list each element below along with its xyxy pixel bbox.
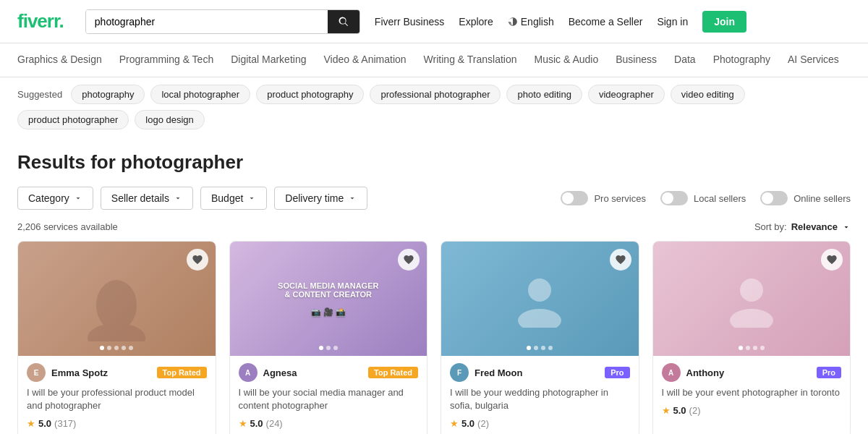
pro-services-toggle[interactable] — [561, 191, 588, 205]
avatar-anthony: A — [662, 363, 681, 382]
tag-local-photographer[interactable]: local photographer — [150, 85, 250, 104]
card-fred-dots — [527, 346, 553, 350]
filter-category[interactable]: Category — [17, 187, 93, 210]
become-seller-link[interactable]: Become a Seller — [569, 16, 643, 27]
badge-emma: Top Rated — [157, 367, 207, 378]
card-fred-desc: I will be your wedding photographer in s… — [450, 386, 630, 412]
rating-count-anthony: (2) — [689, 405, 701, 416]
nav-business[interactable]: Business — [616, 43, 657, 77]
card-fred[interactable]: F Fred Moon Pro I will be your wedding p… — [441, 241, 639, 434]
local-sellers-toggle[interactable] — [660, 191, 688, 205]
avatar-fred: F — [450, 363, 469, 382]
cards-grid: E Emma Spotz Top Rated I will be your pr… — [0, 241, 868, 434]
badge-anthony: Pro — [817, 367, 841, 378]
card-fred-seller: F Fred Moon Pro — [450, 363, 630, 382]
tag-product-photography[interactable]: product photography — [256, 85, 364, 104]
save-agnesa-button[interactable] — [398, 249, 420, 271]
card-emma-seller: E Emma Spotz Top Rated — [27, 363, 207, 382]
svg-point-1 — [88, 323, 145, 341]
star-anthony: ★ — [662, 405, 671, 416]
card-fred-body: F Fred Moon Pro I will be your wedding p… — [441, 356, 639, 434]
svg-point-3 — [518, 309, 561, 328]
rating-score-agnesa: 5.0 — [250, 418, 263, 429]
nav-music-audio[interactable]: Music & Audio — [535, 43, 599, 77]
filter-budget[interactable]: Budget — [200, 187, 267, 210]
svg-point-5 — [730, 309, 773, 328]
nav-digital-marketing[interactable]: Digital Marketing — [231, 43, 306, 77]
filter-seller-details[interactable]: Seller details — [101, 187, 193, 210]
language-link[interactable]: English — [508, 16, 554, 27]
card-anthony-body: A Anthony Pro I will be your event photo… — [653, 356, 851, 425]
search-input[interactable] — [86, 10, 328, 33]
save-emma-button[interactable] — [187, 249, 208, 271]
tag-photo-editing[interactable]: photo editing — [506, 85, 582, 104]
language-label: English — [521, 16, 554, 27]
card-agnesa-dots — [319, 346, 338, 350]
nav-programming-tech[interactable]: Programming & Tech — [119, 43, 213, 77]
seller-name-anthony: Anthony — [686, 367, 811, 378]
card-emma-image — [18, 242, 216, 356]
tag-videographer[interactable]: videographer — [588, 85, 665, 104]
star-fred: ★ — [450, 418, 459, 429]
toggle-pro-services: Pro services — [561, 191, 646, 205]
main-nav: Graphics & Design Programming & Tech Dig… — [0, 43, 868, 77]
rating-count-agnesa: (24) — [266, 418, 283, 429]
nav-data[interactable]: Data — [674, 43, 696, 77]
results-header: Results for photographer — [0, 137, 868, 179]
nav-ai-services[interactable]: AI Services — [788, 43, 839, 77]
tag-photography[interactable]: photography — [71, 85, 145, 104]
tags-label: Suggested — [17, 89, 62, 100]
filter-toggles: Pro services Local sellers Online seller… — [561, 191, 851, 205]
card-agnesa[interactable]: SOCIAL MEDIA MANAGER& CONTENT CREATOR📷 🎥… — [229, 241, 428, 434]
nav-writing-translation[interactable]: Writing & Translation — [424, 43, 517, 77]
tag-product-photographer[interactable]: product photographer — [17, 110, 129, 129]
sign-in-link[interactable]: Sign in — [657, 16, 688, 27]
card-agnesa-img-text: SOCIAL MEDIA MANAGER& CONTENT CREATOR📷 🎥… — [271, 274, 386, 324]
explore-link[interactable]: Explore — [459, 16, 493, 27]
card-agnesa-rating: ★ 5.0 (24) — [239, 418, 419, 429]
card-anthony-seller: A Anthony Pro — [662, 363, 842, 382]
sort-button[interactable]: Sort by: Relevance — [754, 221, 851, 232]
badge-fred: Pro — [605, 367, 629, 378]
results-count: 2,206 services available — [17, 221, 118, 232]
card-agnesa-desc: I will be your social media manager and … — [239, 386, 419, 412]
nav-video-animation[interactable]: Video & Animation — [323, 43, 406, 77]
tag-logo-design[interactable]: logo design — [135, 110, 205, 129]
rating-score-emma: 5.0 — [38, 418, 51, 429]
join-button[interactable]: Join — [702, 11, 746, 33]
sort-value: Relevance — [791, 221, 838, 232]
nav-photography[interactable]: Photography — [713, 43, 770, 77]
card-agnesa-body: A Agnesa Top Rated I will be your social… — [230, 356, 427, 434]
count-sort-bar: 2,206 services available Sort by: Releva… — [0, 217, 868, 241]
card-emma-desc: I will be your professional product mode… — [27, 386, 207, 412]
card-anthony-dots — [739, 346, 765, 350]
rating-score-fred: 5.0 — [461, 418, 475, 429]
svg-point-2 — [528, 278, 551, 302]
online-sellers-toggle[interactable] — [760, 191, 788, 205]
save-fred-button[interactable] — [610, 249, 631, 271]
avatar-agnesa: A — [239, 363, 258, 382]
avatar-emma: E — [27, 363, 46, 382]
search-button[interactable] — [328, 10, 359, 33]
card-anthony[interactable]: A Anthony Pro I will be your event photo… — [652, 241, 851, 434]
card-fred-img-wrap — [441, 242, 639, 356]
tags-bar: Suggested photography local photographer… — [0, 77, 868, 137]
card-emma[interactable]: E Emma Spotz Top Rated I will be your pr… — [17, 241, 216, 434]
logo: fiverr. — [17, 10, 64, 33]
nav-graphics-design[interactable]: Graphics & Design — [17, 43, 102, 77]
tag-video-editing[interactable]: video editing — [671, 85, 745, 104]
fiverr-business-link[interactable]: Fiverr Business — [375, 16, 444, 27]
card-fred-image — [441, 242, 639, 356]
svg-point-0 — [96, 280, 137, 331]
save-anthony-button[interactable] — [821, 249, 843, 271]
card-emma-body: E Emma Spotz Top Rated I will be your pr… — [18, 356, 216, 434]
results-query: photographer — [121, 151, 243, 173]
star-agnesa: ★ — [239, 418, 247, 429]
card-emma-dots — [100, 346, 133, 350]
card-anthony-desc: I will be your event photographer in tor… — [662, 386, 842, 399]
filter-delivery-time[interactable]: Delivery time — [274, 187, 367, 210]
badge-agnesa: Top Rated — [368, 367, 418, 378]
tag-professional-photographer[interactable]: professional photographer — [370, 85, 501, 104]
seller-name-emma: Emma Spotz — [51, 367, 151, 378]
rating-count-fred: (2) — [477, 418, 489, 429]
